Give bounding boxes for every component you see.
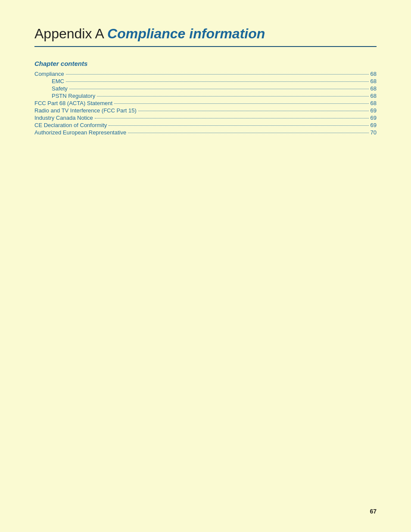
toc-page: 68 [371,100,377,106]
table-of-contents: Compliance 68 EMC 68 Safety 68 PSTN Regu… [34,71,377,136]
toc-dots [114,103,368,104]
toc-dots [138,111,369,111]
toc-page: 68 [371,85,377,92]
toc-page: 68 [371,78,377,84]
chapter-title-bold: Compliance information [107,26,265,41]
page-number: 67 [370,508,377,515]
toc-link[interactable]: Authorized European Representative [34,129,126,136]
chapter-header: Appendix A Compliance information [34,26,377,47]
toc-page: 69 [371,107,377,114]
toc-page: 68 [371,71,377,77]
toc-page: 70 [371,129,377,136]
toc-dots [128,133,368,133]
list-item: Radio and TV Interference (FCC Part 15) … [34,107,377,114]
list-item: Compliance 68 [34,71,377,77]
toc-page: 69 [371,115,377,121]
toc-dots [109,125,368,126]
toc-link[interactable]: PSTN Regulatory [52,93,95,99]
toc-dots [69,89,369,89]
toc-dots [66,74,369,75]
list-item: Industry Canada Notice 69 [34,115,377,121]
toc-link[interactable]: Compliance [34,71,64,77]
chapter-contents-label: Chapter contents [34,60,377,67]
toc-link[interactable]: Safety [52,85,68,92]
toc-page: 69 [371,122,377,128]
chapter-contents-section: Chapter contents Compliance 68 EMC 68 Sa… [34,60,377,136]
toc-link[interactable]: Radio and TV Interference (FCC Part 15) [34,107,137,114]
list-item: EMC 68 [34,78,377,84]
list-item: Authorized European Representative 70 [34,129,377,136]
toc-link[interactable]: EMC [52,78,64,84]
page: Appendix A Compliance information Chapte… [0,0,411,532]
list-item: Safety 68 [34,85,377,92]
toc-page: 68 [371,93,377,99]
list-item: PSTN Regulatory 68 [34,93,377,99]
chapter-title: Appendix A Compliance information [34,26,377,42]
list-item: CE Declaration of Conformity 69 [34,122,377,128]
toc-dots [66,81,369,82]
toc-dots [97,96,368,96]
toc-dots [95,118,369,118]
toc-link[interactable]: CE Declaration of Conformity [34,122,107,128]
toc-link[interactable]: FCC Part 68 (ACTA) Statement [34,100,112,106]
list-item: FCC Part 68 (ACTA) Statement 68 [34,100,377,106]
toc-link[interactable]: Industry Canada Notice [34,115,93,121]
chapter-title-prefix: Appendix A [34,26,107,41]
